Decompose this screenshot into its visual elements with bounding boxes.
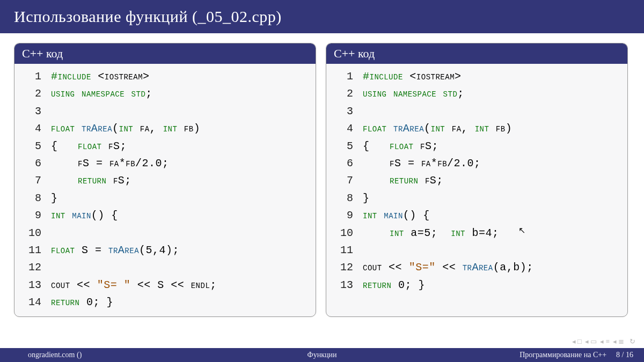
footer-topic: Функции: [308, 351, 337, 359]
footer-page: 8 / 16: [616, 351, 633, 359]
line-number: 10: [22, 225, 41, 242]
code-line: 12cout << "S=" << trArea(a,b);: [334, 259, 620, 276]
code-line: 4float trArea(int fa, int fb): [22, 120, 308, 137]
line-number: 5: [22, 138, 41, 155]
code-content: #include <iostream>: [363, 68, 462, 85]
code-content: [51, 259, 58, 276]
code-content: using namespace std;: [51, 85, 152, 102]
nav-prev-icon[interactable]: ◂ ▭: [585, 337, 597, 346]
code-line: 2using namespace std;: [22, 85, 308, 102]
code-line: 9int main() {: [22, 207, 308, 224]
code-line: 8}: [22, 190, 308, 207]
code-content: cout << "S= " << S << endl;: [51, 277, 217, 294]
line-number: 13: [334, 277, 353, 294]
line-number: 7: [22, 172, 41, 189]
left-panel-title: С++ код: [14, 43, 316, 64]
code-line: 1#include <iostream>: [22, 68, 308, 85]
code-content: [363, 242, 370, 259]
line-number: 11: [22, 242, 41, 259]
code-line: 7 return fS;: [22, 172, 308, 189]
line-number: 4: [22, 120, 41, 137]
code-line: 4float trArea(int fa, int fb): [334, 120, 620, 137]
footer-site: ongradient.com (): [28, 351, 82, 359]
slide-title: Использование функций (_05_02.cpp): [0, 0, 644, 33]
code-content: fS = fa*fb/2.0;: [51, 155, 169, 172]
mouse-cursor-icon: ↖: [518, 225, 525, 235]
code-line: 11float S = trArea(5,4);: [22, 242, 308, 259]
line-number: 4: [334, 120, 353, 137]
code-content: return fS;: [51, 172, 131, 189]
code-line: 7 return fS;: [334, 172, 620, 189]
content-area: С++ код 1#include <iostream>2using names…: [0, 33, 644, 317]
code-content: { float fS;: [51, 138, 127, 155]
code-line: 10: [22, 225, 308, 242]
line-number: 9: [22, 207, 41, 224]
line-number: 14: [22, 294, 41, 311]
line-number: 10: [334, 225, 353, 242]
code-line: 10 int a=5; int b=4;: [334, 225, 620, 242]
code-content: [363, 103, 370, 120]
code-line: 8}: [334, 190, 620, 207]
nav-fwd-icon[interactable]: ◂ ≣: [613, 337, 624, 346]
code-line: 3: [334, 103, 620, 120]
code-content: int main() {: [51, 207, 118, 224]
code-content: #include <iostream>: [51, 68, 150, 85]
line-number: 1: [22, 68, 41, 85]
left-code-panel: С++ код 1#include <iostream>2using names…: [14, 43, 316, 317]
line-number: 3: [22, 103, 41, 120]
code-line: 14return 0; }: [22, 294, 308, 311]
code-content: float trArea(int fa, int fb): [51, 120, 200, 137]
code-content: { float fS;: [363, 138, 438, 155]
code-content: return 0; }: [363, 277, 425, 294]
code-line: 6 fS = fa*fb/2.0;: [334, 155, 620, 172]
line-number: 9: [334, 207, 353, 224]
footer: ongradient.com () Функции Программирован…: [0, 348, 644, 362]
code-content: }: [51, 190, 58, 207]
nav-back-icon[interactable]: ◂ □: [572, 337, 582, 346]
left-code-area: 1#include <iostream>2using namespace std…: [14, 64, 316, 316]
code-line: 11: [334, 242, 620, 259]
code-line: 5{ float fS;: [334, 138, 620, 155]
line-number: 5: [334, 138, 353, 155]
line-number: 1: [334, 68, 353, 85]
code-content: int main() {: [363, 207, 430, 224]
code-content: return fS;: [363, 172, 443, 189]
code-content: int a=5; int b=4;: [363, 225, 499, 242]
code-line: 12: [22, 259, 308, 276]
code-line: 13return 0; }: [334, 277, 620, 294]
right-code-area: 1#include <iostream>2using namespace std…: [326, 64, 627, 299]
footer-center: Функции: [210, 351, 434, 359]
code-content: float trArea(int fa, int fb): [363, 120, 512, 137]
right-panel-title: С++ код: [326, 43, 627, 64]
right-code-panel: С++ код 1#include <iostream>2using names…: [326, 43, 628, 317]
line-number: 6: [22, 155, 41, 172]
line-number: 8: [22, 190, 41, 207]
code-content: return 0; }: [51, 294, 113, 311]
line-number: 3: [334, 103, 353, 120]
code-line: 2using namespace std;: [334, 85, 620, 102]
line-number: 2: [22, 85, 41, 102]
footer-right: Программирование на С++ 8 / 16: [434, 351, 638, 359]
footer-course: Программирование на С++: [519, 351, 606, 359]
footer-left: ongradient.com (): [6, 351, 210, 359]
nav-cycle-icon[interactable]: ↻: [630, 337, 635, 346]
code-content: using namespace std;: [363, 85, 464, 102]
code-content: cout << "S=" << trArea(a,b);: [363, 259, 533, 276]
code-content: [51, 103, 58, 120]
code-line: 9int main() {: [334, 207, 620, 224]
code-line: 6 fS = fa*fb/2.0;: [22, 155, 308, 172]
code-content: float S = trArea(5,4);: [51, 242, 179, 259]
code-line: 3: [22, 103, 308, 120]
slide-title-text: Использование функций (_05_02.cpp): [14, 8, 282, 25]
line-number: 13: [22, 277, 41, 294]
code-content: [51, 225, 58, 242]
line-number: 2: [334, 85, 353, 102]
line-number: 7: [334, 172, 353, 189]
line-number: 8: [334, 190, 353, 207]
code-line: 5{ float fS;: [22, 138, 308, 155]
code-line: 13cout << "S= " << S << endl;: [22, 277, 308, 294]
nav-next-icon[interactable]: ◂ ≡: [600, 337, 610, 346]
code-content: fS = fa*fb/2.0;: [363, 155, 481, 172]
nav-icons: ◂ □ ◂ ▭ ◂ ≡ ◂ ≣ ↻: [572, 337, 635, 346]
line-number: 6: [334, 155, 353, 172]
